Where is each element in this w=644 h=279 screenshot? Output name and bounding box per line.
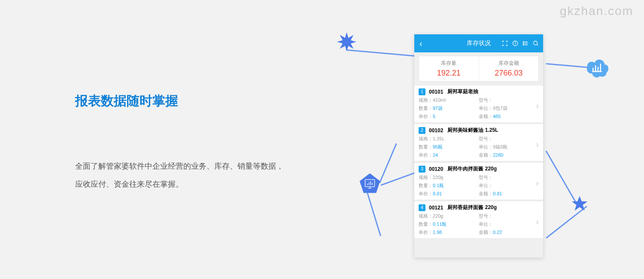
inventory-item[interactable]: 4 00121 厨邦香菇拌面酱 220g 规格：220g 型号： 数量：0.11… <box>414 201 543 239</box>
item-code: 00101 <box>429 89 443 95</box>
item-unit: 单位： <box>479 182 539 189</box>
item-price: 单价：24 <box>419 152 479 158</box>
item-unit: 单位：9箱5瓶 <box>479 144 539 150</box>
svg-marker-6 <box>360 173 380 193</box>
watermark: gkzhan.com <box>560 4 633 18</box>
item-qty: 数量：95瓶 <box>419 144 479 150</box>
item-price: 单价：1.98 <box>419 229 479 236</box>
item-index-badge: 2 <box>419 127 425 134</box>
scan-icon[interactable] <box>502 40 508 46</box>
list-icon[interactable] <box>522 40 529 46</box>
item-index-badge: 4 <box>419 204 425 211</box>
connector-line <box>367 193 381 236</box>
item-spec: 规格：410ml <box>419 97 479 103</box>
chevron-right-icon: › <box>536 140 539 149</box>
item-name: 厨邦香菇拌面酱 220g <box>447 204 497 211</box>
item-amount: 金额：0.22 <box>479 229 539 236</box>
inventory-item[interactable]: 2 00102 厨邦美味鲜酱油 1.25L 规格：1.25L 型号： 数量：95… <box>414 124 543 161</box>
starburst-icon <box>337 32 356 52</box>
item-name: 厨邦美味鲜酱油 1.25L <box>447 127 498 134</box>
svg-point-23 <box>523 45 524 45</box>
connector-line <box>379 143 397 183</box>
svg-marker-0 <box>337 32 356 52</box>
item-qty: 数量：0.1瓶 <box>419 182 479 189</box>
mobile-app-screenshot: ‹ 库存状况 <box>414 34 543 258</box>
marketing-text-section: 报表数据随时掌握 全面了解管家婆软件中企业经营的业务、库存、销量等数据，应收应付… <box>75 92 290 193</box>
header-actions <box>502 40 539 46</box>
connector-line <box>546 206 587 238</box>
item-spec: 规格：220g <box>419 174 479 181</box>
item-unit: 单位： <box>479 221 539 227</box>
stats-card: 库存量 192.21 库存金额 2766.03 <box>419 56 539 82</box>
connector-line <box>347 49 416 56</box>
item-price: 单价：5 <box>419 113 479 120</box>
stat-label: 库存金额 <box>479 60 539 67</box>
stat-value: 192.21 <box>419 69 479 78</box>
search-icon[interactable] <box>533 40 539 46</box>
item-amount: 金额：485 <box>479 113 539 120</box>
svg-point-24 <box>534 41 538 45</box>
item-index-badge: 3 <box>419 166 425 173</box>
item-unit: 单位：9包7袋 <box>479 105 539 112</box>
monitor-chart-icon <box>358 172 382 195</box>
heading: 报表数据随时掌握 <box>75 92 290 110</box>
back-button[interactable]: ‹ <box>419 39 422 49</box>
item-model: 型号： <box>479 136 539 142</box>
item-price: 单价：8.01 <box>419 191 479 197</box>
item-spec: 规格：220g <box>419 213 479 219</box>
item-amount: 金额：0.81 <box>479 191 539 197</box>
connector-line <box>381 172 417 185</box>
chevron-right-icon: › <box>536 217 539 227</box>
item-amount: 金额：2280 <box>479 152 539 158</box>
item-model: 型号： <box>479 213 539 219</box>
item-qty: 数量：0.11瓶 <box>419 221 479 227</box>
item-code: 00121 <box>429 205 443 211</box>
svg-point-21 <box>523 42 524 42</box>
cloud-analytics-icon <box>584 54 611 80</box>
chevron-right-icon: › <box>536 178 539 188</box>
inventory-item[interactable]: 3 00120 厨邦牛肉拌面酱 220g 规格：220g 型号： 数量：0.1瓶… <box>414 162 543 200</box>
item-model: 型号： <box>479 97 539 103</box>
item-code: 00102 <box>429 127 443 133</box>
info-icon[interactable] <box>512 40 518 46</box>
stat-amount: 库存金额 2766.03 <box>479 56 539 81</box>
inventory-item[interactable]: 1 00101 厨邦草菇老抽 规格：410ml 型号： 数量：97袋 单位：9包… <box>414 85 543 123</box>
item-spec: 规格：1.25L <box>419 136 479 142</box>
page-title: 库存状况 <box>467 39 491 47</box>
item-model: 型号： <box>479 174 539 181</box>
item-name: 厨邦牛肉拌面酱 220g <box>447 165 497 173</box>
stat-label: 库存量 <box>419 60 479 67</box>
description: 全面了解管家婆软件中企业经营的业务、库存、销量等数据，应收应付、资金往来尽在掌握… <box>75 157 290 193</box>
chevron-right-icon: › <box>536 101 539 111</box>
svg-line-25 <box>537 45 538 46</box>
connector-line <box>546 63 588 68</box>
stat-quantity: 库存量 192.21 <box>419 56 479 81</box>
svg-point-17 <box>515 42 516 42</box>
item-qty: 数量：97袋 <box>419 105 479 112</box>
item-index-badge: 1 <box>419 88 425 95</box>
connector-line <box>546 151 577 203</box>
svg-point-22 <box>523 43 524 44</box>
app-header: ‹ 库存状况 <box>414 34 543 52</box>
item-code: 00120 <box>429 166 443 172</box>
item-name: 厨邦草菇老抽 <box>447 88 478 95</box>
stat-value: 2766.03 <box>479 69 539 78</box>
